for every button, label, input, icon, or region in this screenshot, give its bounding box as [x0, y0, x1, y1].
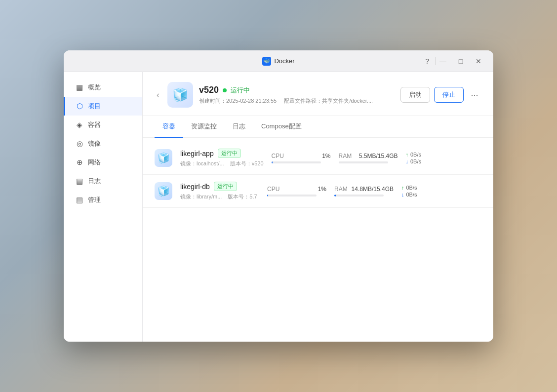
- more-button[interactable]: ···: [468, 88, 481, 102]
- titlebar-text: Docker: [274, 57, 294, 65]
- projects-icon: ⬡: [75, 102, 84, 111]
- project-info: v520 运行中 创建时间：2025-02-28 21:23:55 配置文件路径…: [199, 85, 373, 105]
- minimize-button[interactable]: —: [436, 54, 450, 68]
- sidebar-item-network[interactable]: ⊕ 网络: [64, 153, 142, 172]
- main-layout: ▦ 概览 ⬡ 项目 ◈ 容器 ◎ 镜像 ⊕ 网络 ▤ 日志: [64, 72, 493, 342]
- sidebar-label-images: 镜像: [88, 139, 101, 148]
- cpu-bar-fill-2: [267, 195, 268, 196]
- container-row-2: 🧊 likegirl-db 运行中 镜像：library/m... 版本号：5.…: [143, 175, 493, 208]
- project-created: 创建时间：2025-02-28 21:23:55: [199, 98, 277, 104]
- container-stats-1: CPU 1% RAM 5.5MB/15.4GB: [272, 152, 482, 164]
- cpu-value-1: 1%: [322, 153, 330, 159]
- help-button[interactable]: ?: [425, 57, 429, 65]
- net-down-arrow-1: ↓: [406, 158, 409, 164]
- sidebar-label-overview: 概览: [88, 83, 101, 92]
- project-header-left: ‹ 🧊 v520 运行中 创建时间：2025-02-28 21:23:55 配置…: [155, 82, 373, 108]
- container-name-row-2: likegirl-db 运行中: [180, 182, 259, 191]
- net-down-value-1: 0B/s: [410, 158, 421, 164]
- container-name-1: likegirl-app: [180, 150, 214, 157]
- cpu-bar-fill-1: [272, 161, 273, 163]
- maximize-button[interactable]: □: [454, 54, 468, 68]
- container-status-2: 运行中: [214, 182, 237, 191]
- project-meta: 创建时间：2025-02-28 21:23:55 配置文件路径：共享文件夹/do…: [199, 97, 373, 105]
- sidebar-item-logs[interactable]: ▤ 日志: [64, 172, 142, 191]
- tab-logs[interactable]: 日志: [225, 116, 253, 138]
- container-meta-2: 镜像：library/m... 版本号：5.7: [180, 193, 259, 200]
- container-icon-1: 🧊: [155, 149, 172, 167]
- net-stats-2: ↑ 0B/s ↓ 0B/s: [401, 185, 417, 197]
- sidebar-label-containers: 容器: [88, 120, 101, 129]
- tab-monitor[interactable]: 资源监控: [183, 116, 225, 138]
- container-version-label-2: 版本号：5.7: [228, 193, 257, 200]
- cpu-stat-2: CPU 1%: [267, 186, 326, 196]
- sidebar-label-manage: 管理: [88, 196, 101, 204]
- net-stats-1: ↑ 0B/s ↓ 0B/s: [406, 152, 422, 164]
- container-version-label-1: 版本号：v520: [230, 160, 264, 167]
- ram-stat-1: RAM 5.5MB/15.4GB: [339, 153, 398, 163]
- ram-bar-fill-1: [339, 161, 339, 163]
- ram-value-2: 14.8MB/15.4GB: [352, 186, 394, 193]
- ram-label-1: RAM: [339, 153, 352, 159]
- container-info-2: likegirl-db 运行中 镜像：library/m... 版本号：5.7: [180, 182, 259, 200]
- ram-stat-2: RAM 14.8MB/15.4GB: [334, 186, 394, 196]
- cpu-stat-1: CPU 1%: [272, 153, 331, 163]
- stop-button[interactable]: 停止: [434, 87, 464, 103]
- content-area: ‹ 🧊 v520 运行中 创建时间：2025-02-28 21:23:55 配置…: [143, 72, 493, 342]
- container-row: 🧊 likegirl-app 运行中 镜像：localhost/... 版本号：…: [143, 142, 493, 175]
- sidebar-item-projects[interactable]: ⬡ 项目: [64, 97, 142, 116]
- container-status-1: 运行中: [218, 149, 241, 158]
- overview-icon: ▦: [75, 83, 84, 92]
- sidebar-item-overview[interactable]: ▦ 概览: [64, 78, 142, 97]
- logs-icon: ▤: [75, 177, 84, 186]
- cpu-bar-bg-1: [272, 161, 321, 163]
- project-status: 运行中: [231, 86, 250, 95]
- sidebar-label-projects: 项目: [88, 102, 101, 111]
- project-header: ‹ 🧊 v520 运行中 创建时间：2025-02-28 21:23:55 配置…: [143, 72, 493, 116]
- sidebar-label-network: 网络: [88, 158, 101, 167]
- project-actions: 启动 停止 ···: [400, 87, 481, 103]
- docker-icon: 🐳: [262, 57, 271, 66]
- images-icon: ◎: [75, 139, 84, 148]
- tab-compose[interactable]: Compose配置: [253, 116, 310, 138]
- tabs: 容器 资源监控 日志 Compose配置: [143, 116, 493, 138]
- start-button[interactable]: 启动: [400, 87, 430, 103]
- sidebar-label-logs: 日志: [88, 177, 101, 186]
- net-down-row-2: ↓ 0B/s: [401, 192, 417, 197]
- project-name-row: v520 运行中: [199, 85, 373, 95]
- sidebar-item-containers[interactable]: ◈ 容器: [64, 116, 142, 134]
- manage-icon: ▤: [75, 196, 84, 204]
- net-down-arrow-2: ↓: [401, 192, 404, 197]
- titlebar: 🐳 Docker ? — □ ✕: [64, 50, 493, 72]
- ram-bar-bg-1: [339, 161, 388, 163]
- sidebar: ▦ 概览 ⬡ 项目 ◈ 容器 ◎ 镜像 ⊕ 网络 ▤ 日志: [64, 72, 143, 342]
- project-config: 配置文件路径：共享文件夹/docker....: [284, 98, 373, 104]
- project-name: v520: [199, 85, 219, 95]
- project-icon: 🧊: [167, 82, 193, 108]
- sidebar-item-manage[interactable]: ▤ 管理: [64, 191, 142, 209]
- cpu-value-2: 1%: [318, 186, 326, 193]
- ram-bar-bg-2: [334, 195, 384, 196]
- cpu-label-2: CPU: [267, 186, 279, 193]
- container-name-row-1: likegirl-app 运行中: [180, 149, 264, 158]
- net-up-value-1: 0B/s: [410, 152, 421, 157]
- container-image-label-2: 镜像：library/m...: [180, 193, 222, 200]
- net-up-row-2: ↑ 0B/s: [401, 185, 417, 191]
- ram-bar-fill-2: [334, 195, 336, 196]
- ram-value-1: 5.5MB/15.4GB: [359, 153, 398, 159]
- titlebar-title: 🐳 Docker: [262, 57, 294, 66]
- net-up-row-1: ↑ 0B/s: [406, 152, 422, 157]
- docker-window: 🐳 Docker ? — □ ✕ ▦ 概览 ⬡ 项目 ◈ 容器: [64, 50, 493, 342]
- tab-containers[interactable]: 容器: [155, 116, 183, 138]
- back-button[interactable]: ‹: [155, 88, 161, 102]
- network-icon: ⊕: [75, 158, 84, 167]
- sidebar-item-images[interactable]: ◎ 镜像: [64, 134, 142, 153]
- status-dot: [223, 88, 227, 92]
- container-list: 🧊 likegirl-app 运行中 镜像：localhost/... 版本号：…: [143, 138, 493, 342]
- close-button[interactable]: ✕: [472, 54, 485, 68]
- container-meta-1: 镜像：localhost/... 版本号：v520: [180, 160, 264, 167]
- container-info-1: likegirl-app 运行中 镜像：localhost/... 版本号：v5…: [180, 149, 264, 167]
- net-up-arrow-1: ↑: [406, 152, 409, 157]
- container-stats-2: CPU 1% RAM 14.8MB/15.4GB: [267, 185, 481, 197]
- window-controls: — □ ✕: [436, 54, 485, 68]
- net-up-value-2: 0B/s: [406, 185, 417, 191]
